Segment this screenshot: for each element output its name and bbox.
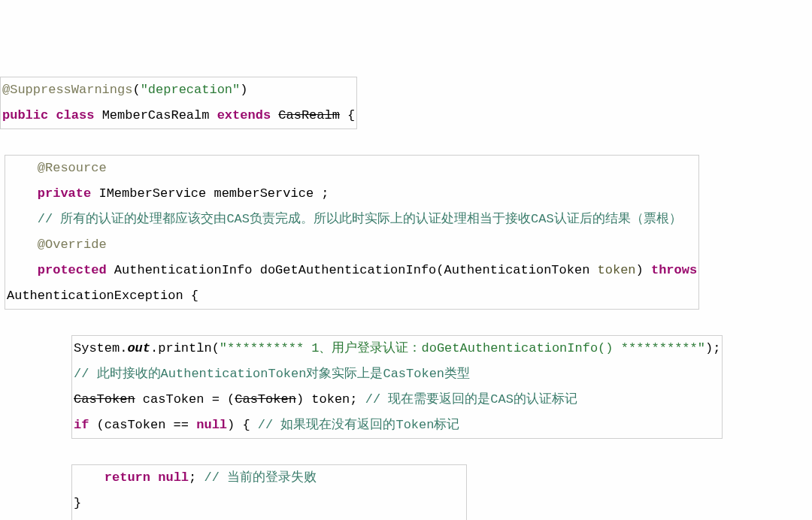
kw-throws: throws: [651, 263, 697, 277]
kw-class: class: [56, 108, 94, 122]
annotation-resource: @Resource: [38, 161, 107, 175]
method-decl: AuthenticationInfo doGetAuthenticationIn…: [107, 263, 598, 277]
println: .println(: [150, 341, 220, 355]
paren-close: ): [240, 83, 247, 97]
paren-close-2: ): [636, 263, 651, 277]
code-block-d: return null; // 当前的登录失败 } // CAS一定要返回给用户…: [71, 464, 467, 520]
out: out: [127, 341, 150, 355]
castoken-mid: casToken = (: [135, 392, 235, 407]
kw-null-2: null: [158, 470, 189, 485]
comment-4: // 如果现在没有返回的Token标记: [258, 418, 460, 432]
code-block-b: @Resource private IMemberService memberS…: [5, 155, 699, 310]
comment-2: // 此时接收的AuthenticationToken对象实际上是CasToke…: [74, 367, 470, 381]
comment-5: // 当前的登录失败: [204, 470, 317, 485]
annotation-override: @Override: [38, 237, 107, 252]
brace-1: ) {: [227, 418, 258, 432]
code-block-c: System.out.println("********** 1、用户登录认证：…: [71, 335, 723, 439]
stmt-end: );: [705, 341, 720, 355]
cast-end: ) token;: [296, 392, 365, 407]
sp2: [150, 470, 158, 485]
kw-public: public: [2, 108, 48, 122]
kw-extends: extends: [217, 108, 271, 122]
kw-null-1: null: [196, 418, 227, 432]
sp: [271, 108, 278, 122]
brace-open: {: [340, 108, 355, 122]
kw-protected: protected: [38, 263, 107, 277]
type-castoken-2: CasToken: [235, 392, 296, 407]
field-memberservice: IMemberService memberService ;: [91, 186, 329, 201]
kw-private: private: [38, 186, 91, 201]
kw-return-1: return: [105, 470, 150, 485]
annotation-suppress: @SuppressWarnings: [2, 83, 132, 97]
comment-3: // 现在需要返回的是CAS的认证标记: [365, 392, 577, 407]
string-log: "********** 1、用户登录认证：doGetAuthentication…: [220, 341, 705, 355]
brace-close-1: }: [74, 496, 81, 510]
sys: System.: [74, 341, 127, 355]
type-castoken-1: CasToken: [74, 392, 135, 407]
type-casrealm: CasRealm: [278, 108, 340, 122]
code-block-a: @SuppressWarnings("deprecation") public …: [0, 77, 357, 129]
paren-open: (: [132, 83, 140, 97]
param-token: token: [598, 263, 636, 277]
kw-if-1: if: [74, 418, 89, 432]
class-name: MemberCasRealm: [94, 108, 217, 122]
exception-decl: AuthenticationException {: [7, 289, 198, 303]
cond-1: (casToken ==: [89, 418, 196, 432]
string-deprecation: "deprecation": [141, 83, 241, 97]
semi-1: ;: [189, 470, 204, 485]
comment-1: // 所有的认证的处理都应该交由CAS负责完成。所以此时实际上的认证处理相当于接…: [38, 212, 682, 226]
